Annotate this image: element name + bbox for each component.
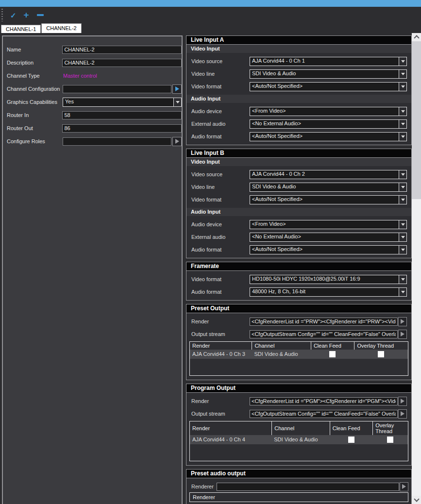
external-audio-dropdown-b[interactable]: <No External Audio> [250, 233, 407, 242]
section-preset-output: Preset Output Render Output stream Rende… [186, 304, 412, 380]
audio-device-dropdown-a[interactable]: <From Video> [250, 107, 407, 116]
router-out-label: Router Out [7, 125, 62, 131]
chevron-down-icon[interactable] [399, 57, 406, 66]
preset-render-input[interactable] [250, 318, 398, 326]
scroll-down-button[interactable] [412, 496, 421, 504]
table-empty-area [190, 444, 408, 461]
dropdown-selected-value: <No External Audio> [250, 120, 399, 128]
video-line-dropdown-b[interactable]: SDI Video & Audio [250, 183, 407, 192]
program-render-input[interactable] [250, 397, 398, 405]
channel-cell: SDI Video & Audio [252, 350, 310, 359]
section-live-input-a: Live Input A Video Input Video source AJ… [186, 35, 412, 145]
configure-roles-input[interactable] [63, 137, 171, 146]
chevron-down-icon[interactable] [399, 220, 406, 229]
audio-device-dropdown-b[interactable]: <From Video> [250, 220, 407, 229]
audio-input-subheader: Audio Input [186, 95, 411, 103]
channel-cell: SDI Video & Audio [271, 435, 329, 444]
chevron-down-icon[interactable] [399, 233, 406, 241]
overlay-thread-checkbox[interactable] [387, 437, 393, 443]
add-channel-icon[interactable]: + [24, 11, 29, 19]
description-label: Description [7, 60, 62, 66]
chevron-down-icon[interactable] [399, 275, 406, 284]
chevron-down-icon[interactable] [399, 183, 406, 191]
scroll-up-button[interactable] [412, 33, 421, 41]
dropdown-selected-value: <From Video> [250, 107, 399, 116]
channel-configuration-input[interactable] [63, 85, 171, 93]
audio-device-label: Audio device [191, 108, 250, 114]
apply-icon[interactable]: ✓ [10, 12, 17, 19]
chevron-down-icon[interactable] [399, 107, 406, 116]
router-out-input[interactable] [62, 124, 182, 133]
renderer-table-header: Renderer [189, 492, 408, 502]
col-overlay-thread: Overlay Thread [354, 342, 408, 350]
video-format-dropdown-a[interactable]: <Auto/Not Specified> [250, 82, 407, 91]
framerate-video-format-label: Video format [191, 276, 250, 282]
framerate-video-format-dropdown[interactable]: HD1080-50i HDYC 1920x1080@25.00iT 16:9 [250, 275, 407, 284]
preset-audio-renderer-input[interactable] [217, 483, 399, 491]
table-header-row: Render Channel Clean Feed Overlay Thread [190, 342, 408, 350]
video-source-dropdown-a[interactable]: AJA Corvid44 - 0 Ch 1 [250, 57, 407, 66]
name-input[interactable] [62, 46, 182, 54]
vertical-scrollbar[interactable] [412, 33, 421, 504]
chevron-down-icon[interactable] [399, 120, 406, 128]
overlay-thread-checkbox[interactable] [378, 351, 384, 357]
preset-render-open-button[interactable] [398, 317, 407, 326]
video-format-dropdown-b[interactable]: <Auto/Not Specified> [250, 195, 407, 204]
section-program-output: Program Output Render Output stream Rend… [186, 384, 412, 466]
external-audio-dropdown-a[interactable]: <No External Audio> [250, 119, 407, 129]
remove-channel-icon[interactable] [37, 14, 44, 16]
col-render: Render [190, 421, 271, 435]
chevron-down-icon[interactable] [399, 133, 406, 141]
video-line-dropdown-a[interactable]: SDI Video & Audio [250, 69, 407, 79]
render-cell: AJA Corvid44 - 0 Ch 3 [190, 350, 252, 359]
tab-channel-1[interactable]: CHANNEL-1 [1, 25, 41, 33]
channel-configuration-open-button[interactable] [172, 84, 182, 94]
channel-settings-panel: Live Input A Video Input Video source AJ… [186, 34, 412, 504]
program-render-open-button[interactable] [398, 397, 407, 406]
chevron-down-icon[interactable] [399, 83, 406, 91]
col-render: Render [190, 342, 252, 350]
chevron-down-icon [414, 496, 419, 502]
table-row[interactable]: AJA Corvid44 - 0 Ch 3 SDI Video & Audio [190, 350, 408, 359]
section-title: Preset Output [186, 304, 411, 313]
clean-feed-checkbox[interactable] [329, 351, 336, 357]
toolbar-grip[interactable] [1, 9, 3, 21]
dropdown-selected-value: <No External Audio> [250, 233, 399, 241]
chevron-down-icon[interactable] [399, 196, 406, 204]
graphics-capabilities-label: Graphics Capabilities [7, 99, 63, 105]
dropdown-selected-value: <From Video> [250, 220, 399, 229]
preset-output-stream-input[interactable] [250, 330, 398, 338]
audio-format-dropdown-b[interactable]: <Auto/Not Specified> [250, 245, 407, 254]
preset-output-stream-open-button[interactable] [398, 330, 407, 339]
chevron-down-icon[interactable] [399, 70, 406, 78]
audio-format-dropdown-a[interactable]: <Auto/Not Specified> [250, 132, 407, 141]
channel-config-panel: Name Description Channel Type Master con… [2, 35, 183, 504]
table-row[interactable]: AJA Corvid44 - 0 Ch 4 SDI Video & Audio [190, 435, 408, 444]
chevron-down-icon[interactable] [399, 170, 406, 179]
configure-roles-open-button[interactable] [172, 137, 182, 146]
framerate-audio-format-label: Audio format [191, 289, 250, 295]
chevron-down-icon[interactable] [399, 246, 406, 254]
clean-feed-checkbox[interactable] [348, 437, 354, 443]
framerate-audio-format-dropdown[interactable]: 48000 Hz, 8 Ch, 16-bit [250, 287, 407, 297]
program-output-stream-open-button[interactable] [398, 409, 407, 419]
col-channel: Channel [252, 342, 310, 350]
program-output-stream-input[interactable] [250, 410, 398, 418]
section-title: Program Output [186, 384, 411, 393]
overlay-thread-cell [372, 435, 408, 444]
audio-format-label: Audio format [191, 134, 250, 139]
name-label: Name [7, 47, 62, 52]
graphics-capabilities-dropdown[interactable]: Yes [63, 98, 182, 107]
chevron-down-icon[interactable] [173, 98, 181, 106]
clean-feed-cell [330, 435, 373, 444]
video-input-subheader: Video Input [186, 45, 411, 53]
router-in-input[interactable] [62, 111, 182, 119]
table-header-row: Render Channel Clean Feed Overlay Thread [190, 421, 408, 435]
preset-audio-renderer-open-button[interactable] [400, 482, 408, 491]
video-source-dropdown-b[interactable]: AJA Corvid44 - 0 Ch 2 [250, 170, 407, 179]
dropdown-selected-value: <Auto/Not Specified> [250, 83, 399, 91]
scrollbar-thumb[interactable] [412, 41, 421, 199]
tab-channel-2[interactable]: CHANNEL-2 [41, 23, 81, 33]
description-input[interactable] [62, 59, 182, 67]
chevron-down-icon[interactable] [399, 288, 406, 296]
